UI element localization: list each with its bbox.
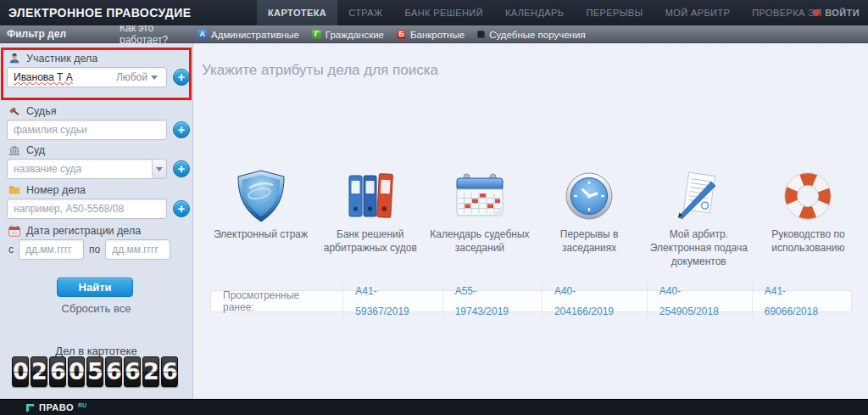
footer-brand: ПРАВО [39, 402, 74, 412]
counter-digit: 0 [12, 356, 29, 387]
service-my-arbitr[interactable]: Мой арбитр. Электронная подача документо… [644, 169, 754, 269]
recent-case-link[interactable]: А41-69066/2018 [752, 281, 851, 322]
category-label: Судебные поручения [489, 30, 585, 40]
top-navigation-bar: ЭЛЕКТРОННОЕ ПРАВОСУДИЕ КАРТОТЕКА СТРАЖ Б… [0, 0, 868, 25]
case-number-section-label: Номер дела [8, 184, 86, 196]
folder-icon [8, 184, 20, 196]
recent-case-link[interactable]: А41-59367/2019 [342, 281, 442, 322]
chevron-down-icon [156, 167, 163, 171]
recent-case-link[interactable]: А55-19743/2019 [442, 281, 542, 322]
participant-value[interactable]: Иванова Т А [14, 71, 116, 83]
service-session-breaks[interactable]: Перерывы в заседаниях [535, 169, 644, 269]
date-from-label: с [8, 244, 14, 255]
login-label: ВОЙТИ [825, 8, 860, 18]
category-label: Гражданские [326, 30, 384, 40]
judge-input[interactable] [7, 120, 167, 140]
recently-viewed-bar: Просмотренные ранее: А41-59367/2019 А55-… [210, 290, 852, 312]
reset-all-link[interactable]: Сбросить все [0, 302, 192, 315]
reg-date-row: с по [8, 239, 170, 260]
case-number-add-button[interactable]: + [173, 200, 190, 217]
tab-kartoteka[interactable]: КАРТОТЕКА [257, 0, 337, 25]
tab-bank-resheniy[interactable]: БАНК РЕШЕНИЙ [394, 0, 494, 25]
category-label: Административные [211, 30, 299, 40]
participant-section-label: Участник дела [8, 53, 97, 64]
counter-digit: 6 [161, 356, 178, 387]
category-label: Банкротные [410, 30, 465, 40]
tab-pereryvy[interactable]: ПЕРЕРЫВЫ [575, 0, 654, 25]
tab-strazh[interactable]: СТРАЖ [337, 0, 393, 25]
case-counter: 0 2 6 0 5 6 6 2 6 [12, 356, 178, 387]
counter-digit: 6 [49, 356, 66, 387]
participant-input[interactable]: Иванова Т А Любой [7, 67, 167, 87]
app-title: ЭЛЕКТРОННОЕ ПРАВОСУДИЕ [8, 0, 191, 25]
judge-add-button[interactable]: + [173, 121, 190, 138]
counter-digit: 6 [124, 356, 141, 387]
select-arrow[interactable] [152, 160, 166, 178]
document-pen-icon [675, 169, 722, 223]
footer-bar: ПРАВО RU [0, 399, 868, 415]
date-to-label: по [89, 244, 100, 255]
page-title: Укажите атрибуты дела для поиска [202, 62, 438, 79]
judge-section-label: Судья [8, 105, 56, 117]
recent-case-link[interactable]: А40-204166/2019 [542, 281, 647, 322]
participant-row: Иванова Т А Любой + [7, 67, 190, 87]
services-row: Электронный страж [206, 169, 863, 269]
participant-type-dropdown[interactable]: Любой [116, 71, 158, 83]
recent-case-link[interactable]: А40-254905/2018 [647, 281, 752, 322]
gavel-icon [8, 105, 20, 117]
court-orders-badge-icon [477, 31, 485, 38]
footer-brand-suffix: RU [78, 402, 86, 408]
civil-badge-icon: Г [312, 30, 321, 39]
participant-add-button[interactable]: + [173, 69, 190, 86]
find-button[interactable]: Найти [57, 278, 133, 297]
main-content: Укажите атрибуты дела для поиска [194, 43, 868, 399]
tab-kalendar[interactable]: КАЛЕНДАРЬ [494, 0, 575, 25]
chevron-down-icon [151, 76, 158, 80]
category-bankruptcy[interactable]: Б Банкротные [397, 30, 465, 40]
date-to-input[interactable] [105, 239, 170, 260]
category-civil[interactable]: Г Гражданские [312, 30, 384, 40]
login-status-icon [813, 9, 820, 16]
counter-digit: 6 [105, 356, 122, 387]
service-label: Руководство по использованию [754, 227, 863, 255]
tab-moy-arbitr[interactable]: МОЙ АРБИТР [654, 0, 742, 25]
counter-digit: 0 [68, 356, 85, 387]
service-electronic-guard[interactable]: Электронный страж [206, 169, 315, 269]
app-window: ЭЛЕКТРОННОЕ ПРАВОСУДИЕ КАРТОТЕКА СТРАЖ Б… [0, 0, 868, 415]
service-label: Электронный страж [214, 227, 308, 241]
service-decisions-bank[interactable]: Банк решений арбитражных судов [315, 169, 425, 269]
login-button[interactable]: ВОЙТИ [813, 0, 860, 25]
court-add-button[interactable]: + [173, 160, 190, 177]
how-it-works-link[interactable]: Как это работает? [120, 22, 198, 46]
administrative-badge-icon: А [198, 30, 207, 39]
counter-digit: 5 [86, 356, 103, 387]
court-section-label: Суд [8, 144, 45, 156]
person-icon [8, 53, 20, 64]
pravo-ru-logo[interactable]: ПРАВО RU [25, 402, 86, 412]
counter-digit: 2 [31, 356, 47, 387]
service-user-guide[interactable]: Руководство по использованию [754, 169, 863, 269]
bankruptcy-badge-icon: Б [397, 30, 406, 39]
search-filters-sidebar: Участник дела Иванова Т А Любой + Судья … [0, 43, 193, 399]
calendar-small-icon [8, 225, 20, 237]
case-number-row: + [7, 199, 190, 219]
courthouse-icon [8, 144, 20, 156]
reg-date-section-label: Дата регистрации дела [8, 225, 141, 237]
service-label: Календарь судебных заседаний [425, 227, 534, 255]
case-counter-label: Дел в картотеке [0, 345, 192, 357]
service-label: Мой арбитр. Электронная подача документо… [644, 227, 754, 269]
binders-icon [347, 169, 394, 223]
case-category-tabs: А Административные Г Гражданские Б Банкр… [198, 25, 586, 43]
date-from-input[interactable] [19, 239, 84, 260]
category-court-orders[interactable]: Судебные поручения [477, 30, 585, 40]
lifebuoy-icon [784, 169, 832, 223]
filter-bar: Фильтр дел Как это работает? А Администр… [0, 25, 868, 43]
service-court-calendar[interactable]: Календарь судебных заседаний [425, 169, 534, 269]
category-administrative[interactable]: А Административные [198, 30, 299, 40]
court-select[interactable]: название суда [7, 159, 167, 179]
case-number-input[interactable] [7, 199, 167, 219]
recently-viewed-label: Просмотренные ранее: [211, 289, 342, 313]
court-row: название суда + [7, 159, 190, 179]
judge-row: + [7, 120, 190, 140]
service-label: Перерывы в заседаниях [535, 227, 644, 255]
